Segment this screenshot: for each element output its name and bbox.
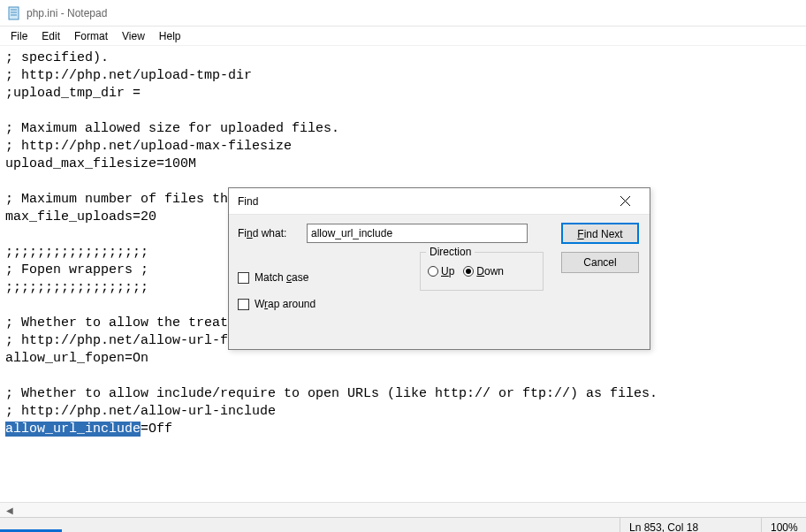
editor-line: ; http://php.net/allow-url-include bbox=[5, 403, 801, 421]
editor-line: upload_max_filesize=100M bbox=[5, 156, 801, 173]
find-dialog: Find Find what: Find Next Cancel Directi… bbox=[228, 187, 650, 350]
notepad-icon bbox=[7, 6, 21, 20]
editor-line: ; http://php.net/upload-tmp-dir bbox=[5, 67, 801, 85]
scroll-left-icon[interactable]: ◀ bbox=[2, 504, 17, 517]
editor-line: ;upload_tmp_dir = bbox=[5, 85, 801, 103]
editor-line: ; Whether to allow include/require to op… bbox=[5, 385, 801, 403]
text-selection: allow_url_include bbox=[5, 422, 141, 437]
menubar: File Edit Format View Help bbox=[0, 27, 806, 46]
editor-line bbox=[5, 368, 801, 385]
match-case-checkbox[interactable]: Match case bbox=[238, 271, 308, 284]
find-dialog-title: Find bbox=[238, 195, 258, 208]
wrap-around-checkbox[interactable]: Wrap around bbox=[238, 298, 316, 310]
direction-down-radio[interactable]: Down bbox=[463, 265, 504, 277]
status-zoom: 100% bbox=[762, 518, 806, 532]
editor-line: allow_url_fopen=On bbox=[5, 350, 801, 368]
menu-edit[interactable]: Edit bbox=[34, 27, 67, 45]
editor-line bbox=[5, 103, 801, 120]
menu-format[interactable]: Format bbox=[67, 27, 115, 45]
close-icon[interactable] bbox=[607, 189, 643, 214]
menu-help[interactable]: Help bbox=[152, 27, 188, 45]
find-next-button[interactable]: Find Next bbox=[561, 223, 639, 244]
checkbox-icon bbox=[238, 272, 249, 284]
menu-view[interactable]: View bbox=[115, 27, 152, 45]
svg-rect-0 bbox=[9, 7, 19, 19]
checkbox-icon bbox=[238, 299, 249, 310]
direction-legend: Direction bbox=[426, 246, 475, 258]
editor-line: ; specified). bbox=[5, 49, 801, 67]
menu-file[interactable]: File bbox=[4, 27, 34, 45]
find-dialog-body: Find what: Find Next Cancel Direction Up… bbox=[229, 215, 650, 349]
titlebar: php.ini - Notepad bbox=[0, 0, 806, 27]
find-what-input[interactable] bbox=[307, 224, 528, 243]
cancel-button[interactable]: Cancel bbox=[561, 252, 639, 273]
find-dialog-titlebar[interactable]: Find bbox=[229, 188, 650, 215]
editor-line: ; http://php.net/upload-max-filesize bbox=[5, 138, 801, 156]
editor-line: allow_url_include=Off bbox=[5, 421, 801, 438]
statusbar: Ln 853, Col 18 100% bbox=[0, 517, 806, 532]
editor-line: ; Maximum allowed size for uploaded file… bbox=[5, 120, 801, 138]
horizontal-scrollbar[interactable]: ◀ bbox=[0, 502, 806, 517]
statusbar-spacer bbox=[0, 518, 620, 532]
direction-group: Direction Up Down bbox=[420, 252, 544, 291]
find-what-label: Find what: bbox=[238, 227, 307, 239]
direction-up-radio[interactable]: Up bbox=[428, 265, 454, 277]
window-title: php.ini - Notepad bbox=[27, 7, 107, 19]
status-position: Ln 853, Col 18 bbox=[620, 518, 762, 532]
